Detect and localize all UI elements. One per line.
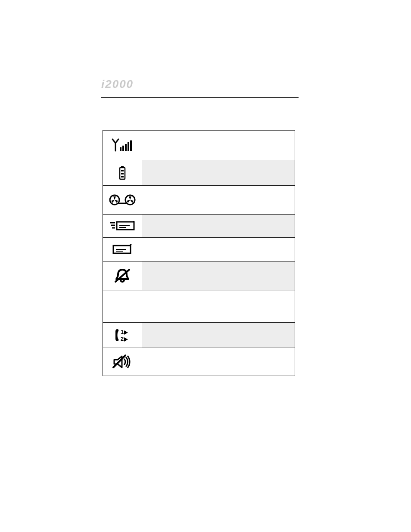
svg-marker-35 — [124, 330, 128, 335]
svg-rect-12 — [121, 176, 124, 177]
table-row: 1 2 — [103, 323, 295, 348]
svg-rect-10 — [121, 170, 124, 171]
svg-rect-7 — [130, 140, 132, 151]
table-row — [103, 238, 295, 261]
battery-icon — [105, 165, 140, 180]
table-row — [103, 348, 295, 376]
svg-rect-4 — [122, 146, 124, 151]
header-divider — [101, 97, 299, 98]
svg-marker-37 — [124, 337, 128, 342]
svg-line-1 — [112, 139, 115, 143]
table-row — [103, 186, 295, 215]
svg-marker-15 — [113, 196, 116, 200]
svg-line-28 — [133, 221, 134, 222]
status-icons-table: 1 2 — [103, 130, 295, 376]
svg-rect-6 — [128, 142, 129, 151]
svg-text:1: 1 — [121, 329, 124, 335]
svg-marker-16 — [115, 200, 118, 203]
table-row — [103, 290, 295, 323]
line-1-2-icon: 1 2 — [105, 328, 140, 342]
svg-rect-3 — [120, 147, 121, 151]
table-row — [103, 160, 295, 186]
table-row — [103, 261, 295, 290]
speaker-off-icon — [105, 355, 140, 369]
svg-rect-11 — [121, 173, 124, 174]
svg-marker-18 — [129, 196, 131, 200]
message-icon — [105, 244, 140, 255]
table-row — [103, 131, 295, 160]
page-header: i2000 — [101, 78, 299, 101]
table-row — [103, 215, 295, 238]
svg-marker-17 — [111, 200, 115, 203]
signal-strength-icon — [105, 138, 140, 152]
logo-text: i2000 — [101, 78, 134, 90]
vibrate-alert-icon — [105, 268, 140, 283]
svg-line-2 — [115, 139, 118, 143]
svg-marker-19 — [130, 200, 134, 203]
svg-marker-20 — [127, 200, 130, 203]
message-list-icon — [105, 221, 140, 231]
voicemail-icon — [105, 193, 140, 206]
svg-rect-5 — [125, 144, 127, 151]
svg-text:2: 2 — [121, 336, 124, 342]
